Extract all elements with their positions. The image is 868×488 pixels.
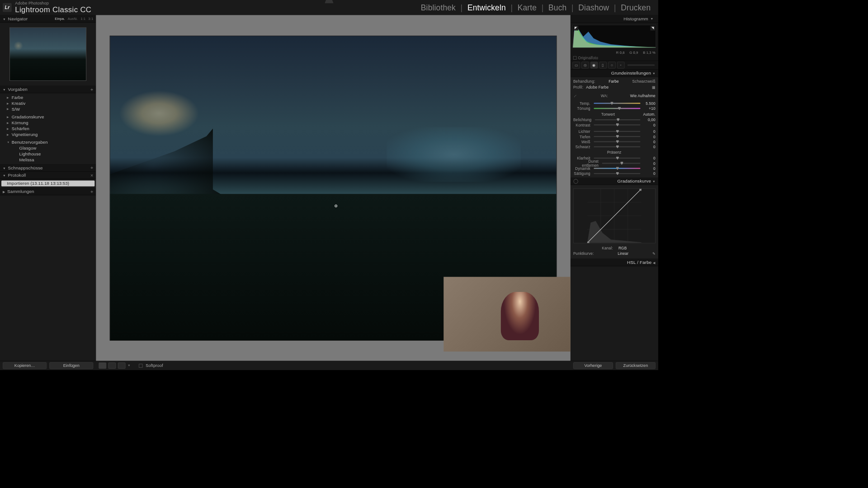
- saturation-slider[interactable]: [594, 173, 640, 174]
- add-snapshot-icon[interactable]: +: [90, 165, 93, 170]
- navigator-thumbnail[interactable]: [9, 28, 86, 81]
- contrast-slider[interactable]: [594, 124, 640, 125]
- history-item[interactable]: Importieren (13.11.18 13:13:53): [1, 181, 94, 187]
- navigator-zoom[interactable]: Einpa.Ausfü.1:13:1: [55, 17, 93, 20]
- module-map[interactable]: Karte: [513, 3, 542, 12]
- temp-value[interactable]: 5.500: [642, 101, 656, 105]
- navigator-header[interactable]: ▼Navigator Einpa.Ausfü.1:13:1: [0, 15, 96, 23]
- blacks-value[interactable]: 0: [642, 145, 656, 149]
- shadows-slider[interactable]: [594, 136, 640, 137]
- reset-button[interactable]: Zurücksetzen: [616, 362, 656, 369]
- history-header[interactable]: ▼Protokoll ×: [0, 172, 96, 179]
- whites-value[interactable]: 0: [642, 140, 656, 144]
- contrast-value[interactable]: 0: [642, 123, 656, 127]
- preset-folder[interactable]: ▶Schärfen: [0, 126, 96, 131]
- dehaze-slider[interactable]: [602, 163, 641, 164]
- title-bar: Lr Adobe Photoshop Lightroom Classic CC …: [0, 0, 658, 15]
- module-print[interactable]: Drucken: [616, 3, 656, 12]
- highlights-label: Lichter: [573, 129, 592, 133]
- snapshots-header[interactable]: ▼Schnappschüsse +: [0, 164, 96, 172]
- paste-button[interactable]: Einfügen: [49, 362, 93, 369]
- temp-slider[interactable]: [594, 103, 640, 103]
- highlight-clip-icon[interactable]: ◥: [650, 26, 655, 31]
- preset-folder[interactable]: ▶Vignettierung: [0, 131, 96, 137]
- clarity-value[interactable]: 0: [642, 156, 656, 160]
- tone-curve[interactable]: [573, 188, 656, 243]
- preset-folder[interactable]: ▶Farbe: [0, 94, 96, 100]
- module-book[interactable]: Buch: [543, 3, 571, 12]
- redeye-tool[interactable]: ◉: [590, 61, 598, 68]
- module-library[interactable]: Bibliothek: [416, 3, 460, 12]
- saturation-label: Sättigung: [573, 172, 592, 176]
- whites-slider[interactable]: [594, 141, 640, 142]
- loupe-view-button[interactable]: [99, 362, 106, 369]
- copy-button[interactable]: Kopieren…: [3, 362, 47, 369]
- basic-header[interactable]: Grundeinstellungen ▼: [571, 70, 658, 77]
- saturation-value[interactable]: 0: [642, 172, 656, 176]
- crop-tool[interactable]: ▭: [572, 61, 580, 68]
- clear-history-icon[interactable]: ×: [90, 173, 93, 178]
- profile-browser-icon[interactable]: ▦: [652, 85, 656, 90]
- clarity-slider[interactable]: [594, 158, 640, 159]
- pointcurve-select[interactable]: Linear: [618, 252, 628, 256]
- previous-button[interactable]: Vorherige: [573, 362, 613, 369]
- add-collection-icon[interactable]: +: [90, 188, 93, 194]
- histogram[interactable]: ◤ ◥: [572, 25, 656, 48]
- before-after-button[interactable]: [108, 362, 116, 369]
- hsl-header[interactable]: HSL / Farbe ◀: [571, 259, 658, 267]
- preset-folder[interactable]: ▶Körnung: [0, 120, 96, 126]
- tint-value[interactable]: +10: [642, 106, 656, 110]
- preset-folder[interactable]: ▶S/W: [0, 106, 96, 112]
- user-preset[interactable]: Glasgow: [0, 145, 96, 151]
- module-slideshow[interactable]: Diashow: [574, 3, 614, 12]
- original-photo-row[interactable]: Originalfoto: [571, 55, 658, 61]
- chevron-down-icon[interactable]: ▼: [127, 364, 131, 367]
- target-adjust-icon[interactable]: ◯: [573, 178, 579, 183]
- brush-tool[interactable]: ⁃: [617, 61, 625, 68]
- wb-select[interactable]: Wie Aufnahme: [630, 94, 656, 99]
- dehaze-value[interactable]: 0: [642, 161, 656, 165]
- collections-title: Sammlungen: [7, 189, 34, 194]
- user-preset[interactable]: Lighthouse: [0, 151, 96, 157]
- gradient-tool[interactable]: ▯: [599, 61, 607, 68]
- sample-marker-icon[interactable]: [335, 205, 337, 207]
- tint-slider[interactable]: [594, 108, 640, 109]
- eyedropper-icon[interactable]: ⟋: [573, 94, 579, 99]
- module-develop[interactable]: Entwickeln: [462, 3, 510, 12]
- treatment-bw[interactable]: Schwarzweiß: [632, 79, 656, 83]
- highlights-slider[interactable]: [594, 131, 640, 132]
- original-checkbox[interactable]: [573, 56, 577, 60]
- tonecurve-header[interactable]: ◯Gradationskurve ▼: [571, 178, 658, 185]
- preset-folder[interactable]: ▶Kreativ: [0, 100, 96, 106]
- histogram-header[interactable]: Histogramm▼: [571, 15, 658, 23]
- add-preset-icon[interactable]: +: [90, 86, 93, 92]
- radial-tool[interactable]: ○: [608, 61, 616, 68]
- treatment-color[interactable]: Farbe: [609, 79, 619, 83]
- exposure-slider[interactable]: [595, 119, 641, 120]
- tool-slider[interactable]: [627, 65, 655, 66]
- shadow-clip-icon[interactable]: ◤: [574, 26, 579, 31]
- blacks-slider[interactable]: [594, 146, 640, 147]
- vibrance-value[interactable]: 0: [642, 166, 656, 170]
- preset-folder[interactable]: ▶Gradationskurve: [0, 114, 96, 120]
- before-after-split-button[interactable]: [118, 362, 126, 369]
- softproof-checkbox[interactable]: [139, 364, 142, 367]
- temp-label: Temp.: [573, 101, 592, 105]
- tonecurve-panel: Kanal:RGB Punktkurve:Linear✎: [571, 185, 658, 258]
- shadows-value[interactable]: 0: [642, 135, 656, 139]
- user-preset[interactable]: Melissa: [0, 157, 96, 163]
- spot-tool[interactable]: ◎: [581, 61, 589, 68]
- curve-edit-icon[interactable]: ✎: [652, 252, 656, 256]
- profile-select[interactable]: Adobe Farbe: [583, 85, 652, 90]
- auto-button[interactable]: Autom.: [643, 112, 656, 116]
- image-canvas[interactable]: [96, 15, 570, 361]
- channel-select[interactable]: RGB: [618, 246, 627, 250]
- presets-header[interactable]: ▼Vorgaben +: [0, 86, 96, 94]
- collections-header[interactable]: ▶Sammlungen +: [0, 188, 96, 196]
- vibrance-slider[interactable]: [594, 168, 640, 169]
- treatment-label: Behandlung:: [573, 79, 595, 83]
- exposure-value[interactable]: 0,00: [642, 117, 656, 122]
- user-presets-folder[interactable]: ▼Benutzervorgaben: [0, 140, 96, 145]
- highlights-value[interactable]: 0: [642, 129, 656, 133]
- handle-icon[interactable]: [325, 0, 334, 4]
